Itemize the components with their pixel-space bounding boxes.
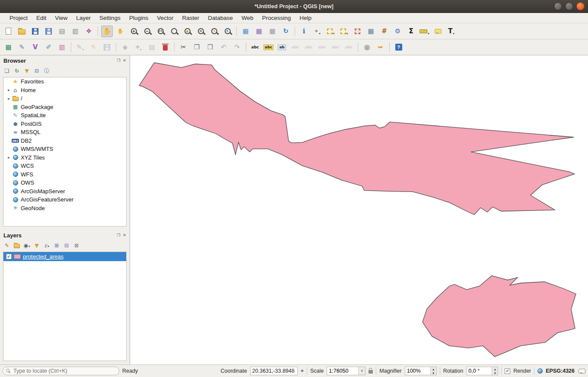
menu-web[interactable]: Web [237,13,258,22]
close-panel-icon[interactable]: ✕ [123,58,126,63]
zoom-native-button[interactable]: 1:1 [155,26,166,37]
title-bar[interactable]: *Untitled Project - QGIS [new] [0,0,588,13]
menu-raster[interactable]: Raster [178,13,203,22]
minimize-button[interactable] [554,2,562,10]
browser-item-mssql[interactable]: ≈MSSQL [3,128,126,137]
manage-map-themes-button[interactable]: ◉▾ [22,241,31,250]
close-button[interactable] [576,2,585,10]
field-calculator-button[interactable]: # [378,26,390,37]
magnifier-input[interactable] [405,367,430,375]
expand-all-button[interactable]: ⊞ [52,241,61,250]
open-attribute-table-button[interactable]: ▦ [365,26,377,37]
layer-styling-button[interactable]: ✎ [3,241,11,250]
menu-database[interactable]: Database [203,13,237,22]
spin-down-icon[interactable]: ▼ [492,371,498,375]
save-project-button[interactable] [29,26,41,37]
save-layer-edits-button[interactable] [101,42,113,53]
paste-features-button[interactable]: ❒ [204,42,216,53]
select-by-value-button[interactable]: ▾ [338,26,350,37]
refresh-button[interactable]: ↻ [280,26,292,37]
current-edits-button[interactable]: ✎▾ [74,42,86,53]
new-temporary-layer-button[interactable]: ✐ [43,42,54,53]
browser-item-favorites[interactable]: ★Favorites [3,77,126,86]
layer-labeling-single-button[interactable]: abc [263,42,274,53]
identify-features-button[interactable]: ℹ [298,26,310,37]
browser-item-geonode[interactable]: ✳GeoNode [3,204,126,213]
pin-labels-button[interactable]: ab [276,42,288,53]
collapse-all-button[interactable]: ⊟ [32,67,41,75]
deselect-features-button[interactable] [352,26,363,37]
filter-by-expression-button[interactable]: ε▾ [42,241,51,250]
select-features-button[interactable]: ▾ [325,26,337,37]
scale-dropdown-icon[interactable]: ▾ [358,367,365,375]
layer-swatch[interactable] [14,254,21,259]
add-feature-button[interactable]: ◆ [119,42,131,53]
delete-selected-button[interactable] [159,42,171,53]
pan-to-selection-button[interactable]: ✋ [114,26,126,37]
style-manager-button[interactable]: ❖ [83,26,95,37]
map-polygon[interactable] [139,63,575,214]
expand-arrow[interactable]: ▸ [6,88,12,92]
zoom-to-selection-button[interactable]: ▪ [181,26,193,37]
text-annotation-button[interactable]: T▾ [445,26,457,37]
refresh-browser-button[interactable]: ↻ [13,67,21,75]
change-label-button[interactable]: abc [330,42,341,53]
coordinate-toggle-icon[interactable]: ⌖ [301,367,304,374]
zoom-out-button[interactable]: − [141,26,153,37]
spin-up-icon[interactable]: ▲ [492,367,498,371]
browser-item-xyz[interactable]: ▸XYZ Tiles [3,153,126,162]
scale-lock-icon[interactable] [369,370,373,374]
menu-processing[interactable]: Processing [258,13,296,22]
collapse-all-layers-button[interactable]: ⊟ [62,241,71,250]
properties-widget-button[interactable]: ⓘ [42,67,51,75]
coordinate-input[interactable] [250,367,298,375]
layout-manager-button[interactable]: ▥ [70,26,81,37]
render-checkbox[interactable]: ✔ [505,368,510,374]
menu-edit[interactable]: Edit [32,13,51,22]
run-feature-action-button[interactable]: ✦▾ [311,26,323,37]
measure-button[interactable]: ▾ [419,26,430,37]
browser-item-home[interactable]: ▸⌂Home [3,86,126,95]
new-spatialite-layer-button[interactable]: ✎ [16,42,28,53]
menu-vector[interactable]: Vector [153,13,178,22]
undo-button[interactable]: ↶ [218,42,229,53]
open-project-button[interactable] [16,26,28,37]
dock-map-view-button[interactable]: ▦ [267,26,278,37]
vertex-tool-button[interactable]: ✚▾ [133,42,144,53]
statistics-button[interactable]: Σ [405,26,417,37]
filter-legend-button[interactable]: ▼ [32,241,41,250]
help-button[interactable]: ? [393,42,404,53]
menu-plugins[interactable]: Plugins [125,13,153,22]
new-shapefile-layer-button[interactable]: V [29,42,41,53]
new-geopackage-layer-button[interactable]: ▦ [3,42,14,53]
menu-project[interactable]: Project [5,13,32,22]
new-virtual-layer-button[interactable]: ▥ [56,42,68,53]
new-project-button[interactable] [3,26,14,37]
new-3d-map-view-button[interactable]: ▦ [253,26,265,37]
diagram-options-button[interactable]: abc [343,42,355,53]
zoom-last-button[interactable]: ◀ [208,26,220,37]
rotation-input[interactable] [467,367,492,375]
map-canvas[interactable] [130,55,588,364]
highlight-pinned-labels-button[interactable]: abc [289,42,301,53]
float-panel-icon[interactable]: ❐ [117,58,120,63]
share-export-button[interactable]: ➥ [375,42,386,53]
add-selected-layers-button[interactable]: ❏ [3,67,11,75]
menu-settings[interactable]: Settings [95,13,125,22]
browser-item-wfs[interactable]: WFS [3,170,126,179]
log-messages-icon[interactable] [578,369,585,374]
browser-item-postgis[interactable]: ●PostGIS [3,120,126,128]
remove-layer-button[interactable]: ⊠ [72,241,81,250]
scale-input[interactable] [327,367,358,375]
filter-browser-button[interactable]: ▼ [22,67,31,75]
move-label-button[interactable]: abc [303,42,315,53]
map-polygon[interactable] [423,276,576,357]
crs-globe-icon[interactable] [537,368,543,374]
add-group-button[interactable] [13,241,21,250]
browser-item-spatialite[interactable]: ✎SpatiaLite [3,111,126,120]
redo-button[interactable]: ↷ [231,42,243,53]
maximize-button[interactable] [565,2,573,10]
zoom-to-layer-button[interactable]: ▤ [195,26,207,37]
browser-item-wcs[interactable]: WCS [3,162,126,170]
copy-features-button[interactable]: ❐ [191,42,203,53]
